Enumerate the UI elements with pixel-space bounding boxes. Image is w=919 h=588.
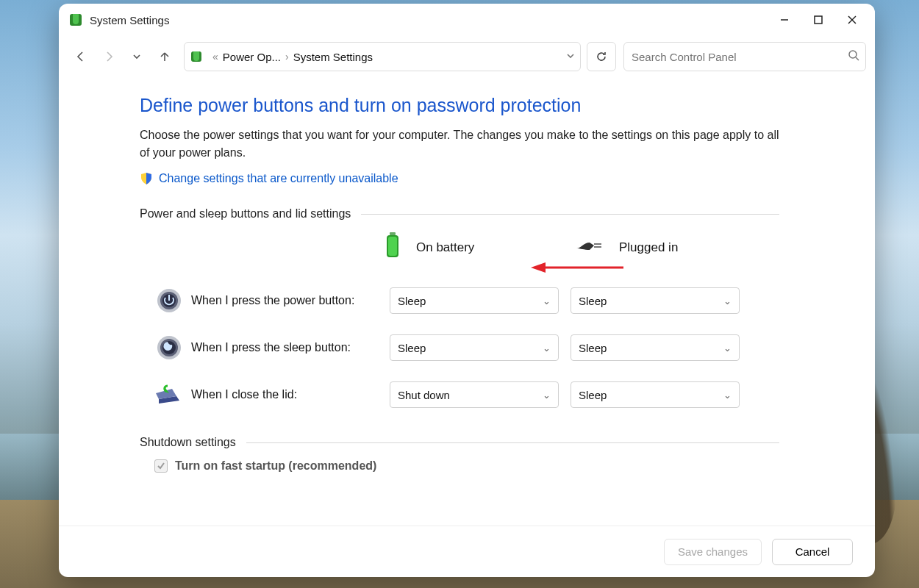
page-heading: Define power buttons and turn on passwor… [140,95,779,116]
refresh-button[interactable] [587,42,616,71]
battery-icon [382,231,403,264]
chevron-down-icon: ⌄ [543,343,551,354]
shield-icon [140,172,153,185]
annotation-arrow [529,260,625,275]
close-button[interactable] [835,8,869,32]
svg-marker-9 [531,262,546,273]
address-icon [189,49,204,64]
address-bar[interactable]: « Power Op... › System Settings [184,42,581,71]
chevron-down-icon: ⌄ [543,295,551,306]
row-close-lid: When I close the lid: Shut down⌄ Sleep⌄ [140,371,779,418]
row-sleep-button: When I press the sleep button: Sleep⌄ Sl… [140,324,779,371]
window-title: System Settings [90,14,768,26]
footer: Save changes Cancel [59,526,875,577]
forward-button[interactable] [96,43,122,70]
plug-icon [573,237,606,258]
titlebar: System Settings [59,4,875,36]
row-power-label: When I press the power button: [191,294,390,307]
up-button[interactable] [151,43,178,70]
fast-startup-checkbox[interactable] [154,459,168,473]
chevron-down-icon: ⌄ [723,343,732,354]
column-battery-label: On battery [416,240,474,255]
save-button[interactable]: Save changes [664,539,762,565]
chevron-down-icon: ⌄ [723,390,732,401]
svg-point-6 [849,51,857,58]
power-battery-combo[interactable]: Sleep⌄ [390,287,559,314]
row-lid-label: When I close the lid: [191,388,390,401]
control-panel-window: System Settings « Power Op... › System S… [59,4,875,577]
chevron-down-icon: ⌄ [723,295,732,306]
svg-line-7 [856,57,859,60]
section-buttons-title: Power and sleep buttons and lid settings [140,207,351,220]
search-icon[interactable] [848,49,859,64]
svg-rect-2 [815,16,822,24]
back-button[interactable] [68,43,94,70]
search-box[interactable] [623,42,866,71]
cancel-button[interactable]: Cancel [772,539,853,565]
breadcrumb-power-options[interactable]: Power Op... [223,51,281,63]
page-description: Choose the power settings that you want … [140,126,779,162]
breadcrumb-prefix: « [212,51,218,62]
divider [361,214,779,215]
sleep-battery-combo[interactable]: Sleep⌄ [390,334,559,361]
address-dropdown[interactable] [565,51,576,63]
svg-rect-14 [594,246,601,248]
divider [246,442,779,443]
power-plugged-combo[interactable]: Sleep⌄ [571,287,740,314]
maximize-button[interactable] [801,8,835,32]
content-scroll[interactable]: Define power buttons and turn on passwor… [59,77,875,526]
chevron-right-icon: › [285,51,289,62]
fast-startup-row: Turn on fast startup (recommended) [154,459,779,473]
change-settings-link[interactable]: Change settings that are currently unava… [159,172,398,185]
fast-startup-label: Turn on fast startup (recommended) [175,459,376,473]
column-plugged-label: Plugged in [619,240,678,255]
lid-plugged-combo[interactable]: Sleep⌄ [571,381,740,408]
sleep-plugged-combo[interactable]: Sleep⌄ [571,334,740,361]
row-sleep-label: When I press the sleep button: [191,341,390,354]
chevron-down-icon: ⌄ [543,390,551,401]
svg-rect-12 [388,237,397,256]
app-icon [68,12,84,28]
recent-button[interactable] [124,43,150,70]
lid-icon [154,380,184,409]
toolbar: « Power Op... › System Settings [59,36,875,77]
power-button-icon [154,286,184,315]
svg-rect-13 [594,243,601,245]
svg-rect-10 [390,232,396,235]
search-input[interactable] [630,50,848,64]
sleep-button-icon [154,333,184,362]
section-shutdown-title: Shutdown settings [140,436,236,449]
minimize-button[interactable] [768,8,801,32]
lid-battery-combo[interactable]: Shut down⌄ [390,381,559,408]
breadcrumb-system-settings[interactable]: System Settings [293,51,373,63]
row-power-button: When I press the power button: Sleep⌄ Sl… [140,277,779,324]
